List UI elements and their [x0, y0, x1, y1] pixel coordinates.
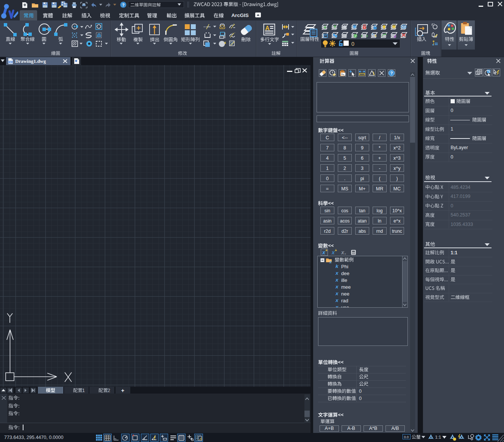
svg-text:?: ? [390, 71, 393, 75]
svg-text:DWG: DWG [8, 61, 13, 63]
svg-text:?: ? [122, 3, 125, 7]
svg-text:A: A [265, 25, 270, 31]
